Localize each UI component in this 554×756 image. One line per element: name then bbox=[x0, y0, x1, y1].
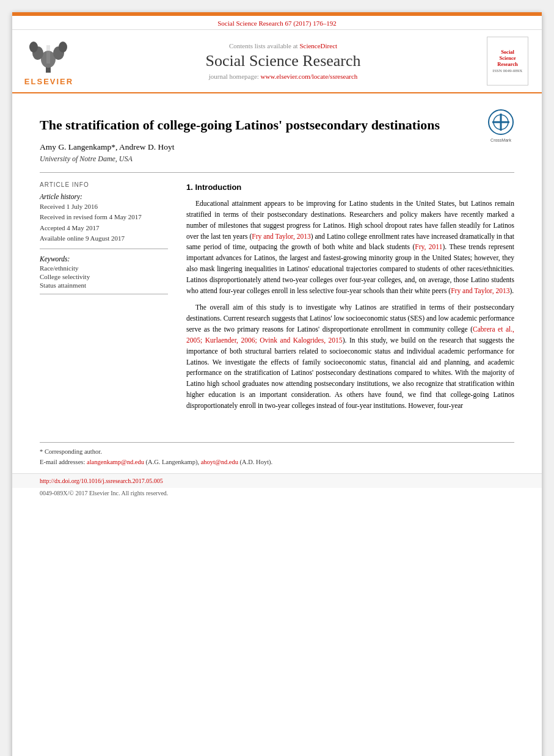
elsevier-tree-svg bbox=[24, 36, 73, 76]
footnote-emails: E-mail addresses: alangenkamp@nd.edu (A.… bbox=[40, 458, 514, 467]
article-history-label: Article history: bbox=[40, 193, 168, 200]
info-divider-2 bbox=[40, 294, 168, 294]
history-item-1: Received in revised form 4 May 2017 bbox=[40, 213, 168, 222]
history-item-3: Available online 9 August 2017 bbox=[40, 234, 168, 243]
crossmark-logo[interactable]: CrossMark bbox=[487, 109, 514, 142]
history-item-0: Received 1 July 2016 bbox=[40, 202, 168, 211]
doi-bar: http://dx.doi.org/10.1016/j.ssresearch.2… bbox=[12, 473, 542, 488]
keyword-0: Race/ethnicity bbox=[40, 264, 168, 272]
article-body: 1. Introduction Educational attainment a… bbox=[186, 181, 514, 418]
article-title: The stratification of college-going Lati… bbox=[40, 117, 440, 134]
body-paragraph-2: The overall aim of this study is to inve… bbox=[186, 302, 514, 411]
keyword-1: College selectivity bbox=[40, 273, 168, 280]
svg-point-4 bbox=[29, 42, 38, 53]
article-info-panel: ARTICLE INFO Article history: Received 1… bbox=[40, 181, 168, 418]
email-1-link[interactable]: alangenkamp@nd.edu bbox=[87, 459, 144, 465]
authors: Amy G. Langenkamp*, Andrew D. Hoyt bbox=[40, 142, 514, 152]
journal-header: ELSEVIER Contents lists available at Sci… bbox=[12, 30, 542, 93]
copyright-bar: 0049-089X/© 2017 Elsevier Inc. All right… bbox=[12, 488, 542, 503]
svg-rect-6 bbox=[46, 45, 50, 64]
svg-point-5 bbox=[59, 42, 67, 53]
ref-fry-taylor-2013-p1b[interactable]: Fry and Taylor, 2013 bbox=[451, 287, 509, 294]
homepage-url[interactable]: www.elsevier.com/locate/ssresearch bbox=[261, 73, 358, 80]
info-divider-1 bbox=[40, 249, 168, 249]
page: Social Science Research 67 (2017) 176–19… bbox=[12, 12, 542, 756]
keyword-2: Status attainment bbox=[40, 282, 168, 289]
citation-bar: Social Science Research 67 (2017) 176–19… bbox=[12, 16, 542, 30]
sciencedirect-link: Contents lists available at ScienceDirec… bbox=[92, 42, 475, 49]
sciencedirect-anchor[interactable]: ScienceDirect bbox=[299, 42, 337, 49]
section-1-title: 1. Introduction bbox=[186, 181, 514, 194]
content-columns: ARTICLE INFO Article history: Received 1… bbox=[40, 181, 514, 418]
history-item-2: Accepted 4 May 2017 bbox=[40, 224, 168, 233]
email-2-link[interactable]: ahoyt@nd.edu bbox=[201, 459, 238, 465]
footnote-corresponding: * Corresponding author. bbox=[40, 448, 514, 457]
doi-link[interactable]: http://dx.doi.org/10.1016/j.ssresearch.2… bbox=[40, 478, 163, 484]
footnotes: * Corresponding author. E-mail addresses… bbox=[40, 442, 514, 467]
ref-cabrera[interactable]: Cabrera et al., 2005; Kurlaender, 2006; … bbox=[186, 325, 514, 344]
title-row: The stratification of college-going Lati… bbox=[40, 106, 514, 142]
body-paragraph-1: Educational attainment appears to be imp… bbox=[186, 198, 514, 296]
journal-title: Social Science Research bbox=[92, 52, 475, 70]
ref-fry-2011[interactable]: Fry, 2011 bbox=[415, 243, 442, 250]
author-divider bbox=[40, 172, 514, 173]
elsevier-logo: ELSEVIER bbox=[18, 36, 79, 86]
affiliation: University of Notre Dame, USA bbox=[40, 154, 514, 164]
main-content: The stratification of college-going Lati… bbox=[12, 93, 542, 430]
keywords-label: Keywords: bbox=[40, 255, 168, 263]
article-info-heading: ARTICLE INFO bbox=[40, 181, 168, 188]
journal-center: Contents lists available at ScienceDirec… bbox=[92, 42, 475, 80]
social-science-logo: SocialScienceResearch ISSN 0049-089X bbox=[487, 37, 530, 85]
elsevier-wordmark: ELSEVIER bbox=[24, 77, 73, 86]
ref-fry-taylor-2013-p1[interactable]: Fry and Taylor, 2013 bbox=[252, 233, 310, 240]
journal-homepage: journal homepage: www.elsevier.com/locat… bbox=[92, 73, 475, 80]
